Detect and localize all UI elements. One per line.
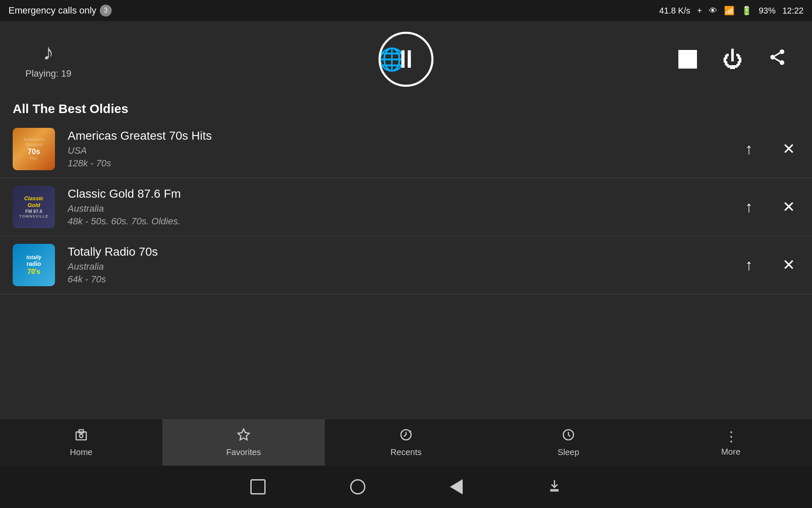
nav-item-home[interactable]: Home [0, 419, 162, 466]
nav-item-favorites[interactable]: Favorites [162, 419, 325, 466]
circle-icon [350, 479, 365, 494]
nav-label-sleep: Sleep [557, 447, 579, 457]
station-meta: 128k - 70s [68, 158, 732, 169]
music-icon: ♪ [43, 39, 54, 65]
station-thumbnail: Classic Gold FM 87.6 TOWNSVILLE [13, 186, 55, 228]
more-icon: ⋮ [724, 428, 737, 444]
nav-label-home: Home [70, 447, 92, 457]
pause-icon: ⏸ [393, 47, 419, 72]
sleep-icon [562, 428, 575, 445]
top-left-controls: ♪ Playing: 19 [25, 39, 71, 79]
wifi-icon: 📶 [724, 6, 735, 16]
back-button[interactable] [450, 479, 463, 494]
stop-icon [678, 50, 697, 69]
radio-list: America's Greatest 70s Hits Americas Gre… [0, 120, 812, 294]
status-bar: Emergency calls only 3 41.8 K/s + 👁 📶 🔋 … [0, 0, 812, 21]
station-name: Totally Radio 70s [68, 245, 732, 259]
station-actions: ↑ ✕ [741, 252, 799, 278]
home-button[interactable] [350, 479, 365, 494]
data-speed: 41.8 K/s [659, 6, 690, 16]
time-display: 12:22 [782, 6, 804, 16]
section-header: All The Best Oldies [0, 97, 812, 120]
bottom-navigation: Home Favorites Recents Sleep [0, 419, 812, 466]
stop-button[interactable] [678, 50, 697, 69]
remove-button[interactable]: ✕ [778, 136, 799, 162]
top-right-controls: ⏻ [678, 48, 787, 71]
station-actions: ↑ ✕ [741, 194, 799, 220]
upload-icon: ↑ [745, 198, 753, 216]
pause-button[interactable]: ⏸ [379, 32, 433, 87]
recent-apps-button[interactable] [250, 479, 266, 494]
notification-badge: 3 [100, 5, 112, 17]
svg-marker-8 [238, 429, 250, 439]
home-icon [74, 428, 88, 445]
close-icon: ✕ [782, 198, 795, 216]
close-icon: ✕ [782, 140, 795, 158]
emergency-text: Emergency calls only 3 [8, 5, 112, 17]
back-icon [450, 479, 463, 494]
station-name: Americas Greatest 70s Hits [68, 129, 732, 143]
share-button[interactable] [768, 48, 787, 71]
svg-point-6 [80, 434, 83, 437]
station-country: Australia [68, 261, 732, 272]
station-country: Australia [68, 203, 732, 214]
square-icon [250, 479, 266, 494]
station-info: Classic Gold 87.6 Fm Australia 48k - 50s… [68, 187, 732, 227]
radio-item[interactable]: totally radio 70's Totally Radio 70s Aus… [0, 236, 812, 294]
recents-icon [399, 428, 413, 445]
station-info: Americas Greatest 70s Hits USA 128k - 70… [68, 129, 732, 169]
power-button[interactable]: ⏻ [722, 48, 743, 71]
close-icon: ✕ [782, 256, 795, 274]
playing-label: Playing: 19 [25, 68, 71, 79]
remove-button[interactable]: ✕ [778, 252, 799, 278]
android-navigation-bar [0, 466, 812, 508]
station-country: USA [68, 145, 732, 156]
download-button[interactable] [547, 478, 562, 496]
battery-percent: 93% [759, 6, 776, 16]
top-controls-bar: ♪ Playing: 19 🌐 ⏸ ⏻ [0, 21, 812, 97]
station-name: Classic Gold 87.6 Fm [68, 187, 732, 201]
upload-icon: ↑ [745, 140, 753, 158]
visibility-icon: 👁 [709, 6, 717, 16]
station-meta: 64k - 70s [68, 274, 732, 285]
svg-line-4 [775, 52, 780, 55]
remove-button[interactable]: ✕ [778, 194, 799, 220]
battery-icon: 🔋 [741, 6, 752, 16]
upload-icon: ↑ [745, 256, 753, 274]
svg-point-0 [779, 49, 784, 54]
radio-item[interactable]: America's Greatest 70s Hits Americas Gre… [0, 120, 812, 178]
nav-item-more[interactable]: ⋮ More [650, 419, 812, 466]
radio-item[interactable]: Classic Gold FM 87.6 TOWNSVILLE Classic … [0, 178, 812, 236]
status-right-icons: 41.8 K/s + 👁 📶 🔋 93% 12:22 [659, 6, 804, 16]
top-center-controls: ⏸ [379, 32, 433, 87]
station-thumbnail: totally radio 70's [13, 244, 55, 286]
nav-label-more: More [721, 447, 741, 457]
power-icon: ⏻ [722, 48, 743, 71]
station-meta: 48k - 50s. 60s. 70s. Oldies. [68, 216, 732, 227]
station-actions: ↑ ✕ [741, 136, 799, 162]
nav-item-recents[interactable]: Recents [325, 419, 487, 466]
nav-label-favorites: Favorites [226, 447, 261, 457]
share-icon [768, 48, 787, 71]
svg-point-1 [770, 55, 775, 59]
nav-label-recents: Recents [390, 447, 421, 457]
svg-line-3 [775, 58, 780, 61]
nav-item-sleep[interactable]: Sleep [487, 419, 650, 466]
station-info: Totally Radio 70s Australia 64k - 70s [68, 245, 732, 285]
upload-button[interactable]: ↑ [741, 252, 757, 278]
download-icon [547, 478, 562, 496]
favorites-icon [237, 428, 250, 445]
bluetooth-icon: + [697, 6, 702, 16]
svg-point-2 [779, 60, 784, 65]
upload-button[interactable]: ↑ [741, 136, 757, 162]
upload-button[interactable]: ↑ [741, 194, 757, 220]
station-thumbnail: America's Greatest 70s Hits [13, 128, 55, 170]
